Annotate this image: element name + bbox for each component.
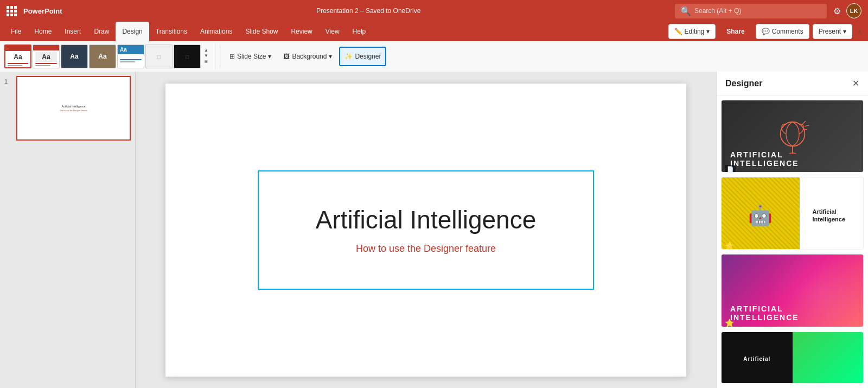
search-input[interactable] (694, 7, 803, 15)
settings-icon[interactable]: ⚙ (833, 6, 841, 16)
slide-main-title: Artificial Intelligence (316, 205, 537, 234)
design-suggestion-2[interactable]: 🤖 ArtificialIntelligence ⭐ (721, 177, 864, 250)
designer-header: Designer ✕ (717, 72, 868, 96)
card-1-badge: 📄 (725, 165, 736, 173)
background-button[interactable]: 🖼 Background ▾ (278, 47, 337, 66)
app-name: PowerPoint (23, 7, 62, 15)
design-suggestion-1[interactable]: ARTIFICIALINTELLIGENCE 📄 (721, 100, 864, 173)
canvas-area: Artificial Intelligence How to use the D… (136, 72, 716, 388)
slide-size-chevron: ▾ (268, 53, 271, 60)
share-button[interactable]: Share (719, 24, 752, 39)
designer-suggestions: ARTIFICIALINTELLIGENCE 📄 🤖 ArtificialInt… (717, 96, 868, 388)
search-bar[interactable]: 🔍 (675, 4, 827, 18)
slide-thumbnail-container: 1 Artificial Intelligence How to use the… (4, 76, 131, 141)
gallery-scroll[interactable]: ▲ ▼ ≡ (202, 48, 210, 65)
tab-insert[interactable]: Insert (58, 22, 87, 41)
card-2-right: ArtificialIntelligence (800, 177, 863, 250)
thumb-title: Artificial Intelligence (61, 105, 85, 108)
design-suggestion-4[interactable]: Artificial (721, 332, 864, 384)
editing-chevron: ▾ (706, 28, 710, 35)
robot-icon: 🤖 (748, 204, 773, 227)
title-bar: PowerPoint Presentation 2 – Saved to One… (0, 0, 868, 22)
tab-home[interactable]: Home (28, 22, 58, 41)
slide-content-box[interactable]: Artificial Intelligence How to use the D… (258, 170, 594, 290)
tab-help[interactable]: Help (346, 22, 373, 41)
slide-number: 1 (4, 76, 13, 85)
designer-panel: Designer ✕ (716, 72, 868, 388)
card-1-title: ARTIFICIALINTELLIGENCE (730, 150, 799, 168)
tab-slideshow[interactable]: Slide Show (239, 22, 284, 41)
tab-view[interactable]: View (319, 22, 346, 41)
background-icon: 🖼 (283, 53, 290, 60)
theme-item-3[interactable]: Aa (61, 44, 88, 68)
editing-icon: ✏️ (674, 28, 682, 35)
theme-item-blank-2[interactable]: □ (174, 44, 201, 68)
tab-review[interactable]: Review (284, 22, 318, 41)
editing-button[interactable]: ✏️ Editing ▾ (668, 24, 716, 39)
theme-item-5[interactable]: Aa (117, 44, 144, 68)
present-button[interactable]: Present ▾ (813, 24, 852, 39)
designer-close-button[interactable]: ✕ (852, 78, 859, 88)
card-2-star-badge: ⭐ (725, 241, 734, 250)
ribbon-controls: Aa Aa Aa Aa (0, 41, 868, 72)
slide-size-icon: ⊞ (229, 53, 235, 60)
card-3-star-badge: ⭐ (725, 319, 734, 327)
doc-title: Presentation 2 – Saved to OneDrive (69, 7, 668, 15)
app-grid-icon[interactable] (7, 6, 17, 16)
svg-line-2 (802, 121, 805, 124)
theme-gallery: Aa Aa Aa Aa (4, 43, 215, 69)
theme-item-1[interactable]: Aa (4, 44, 31, 68)
designer-panel-title: Designer (725, 79, 762, 88)
ribbon-tabs: File Home Insert Draw Design Transitions… (0, 22, 868, 41)
background-chevron: ▾ (329, 53, 332, 60)
comment-icon: 💬 (762, 28, 770, 35)
svg-point-0 (780, 122, 805, 147)
title-bar-right: ⚙ LK (833, 3, 861, 18)
tab-transitions[interactable]: Transitions (149, 22, 194, 41)
designer-button[interactable]: ✨ Designer (339, 47, 386, 66)
card-4-left: Artificial (722, 332, 793, 384)
main-area: 1 Artificial Intelligence How to use the… (0, 72, 868, 388)
card-4-right (793, 332, 864, 384)
theme-item-2[interactable]: Aa (33, 44, 60, 68)
tab-file[interactable]: File (4, 22, 28, 41)
slide-thumbnail[interactable]: Artificial Intelligence How to use the D… (16, 76, 131, 141)
slide-canvas[interactable]: Artificial Intelligence How to use the D… (165, 84, 686, 377)
card-2-yellow-bg: 🤖 (722, 177, 800, 250)
collapse-ribbon[interactable]: ∧ (856, 28, 864, 36)
tab-draw[interactable]: Draw (87, 22, 116, 41)
theme-item-blank-1[interactable]: □ (145, 44, 173, 68)
svg-line-3 (805, 125, 809, 126)
tab-design[interactable]: Design (116, 22, 149, 41)
thumb-subtitle: How to use the Designer feature (60, 110, 87, 112)
slide-size-button[interactable]: ⊞ Slide Size ▾ (225, 47, 276, 66)
avatar[interactable]: LK (846, 3, 861, 18)
designer-icon: ✨ (344, 53, 353, 60)
card-2-title: ArtificialIntelligence (813, 208, 846, 224)
present-chevron: ▾ (843, 28, 846, 35)
theme-item-4[interactable]: Aa (89, 44, 116, 68)
tab-animations[interactable]: Animations (194, 22, 239, 41)
slide-panel: 1 Artificial Intelligence How to use the… (0, 72, 136, 388)
slide-subtitle: How to use the Designer feature (356, 243, 496, 255)
comments-button[interactable]: 💬 Comments (756, 24, 809, 39)
card-4-text: Artificial (739, 352, 775, 366)
design-suggestion-3[interactable]: ARTIFICIALINTELLIGENCE ⭐ (721, 254, 864, 327)
search-icon: 🔍 (680, 6, 691, 16)
